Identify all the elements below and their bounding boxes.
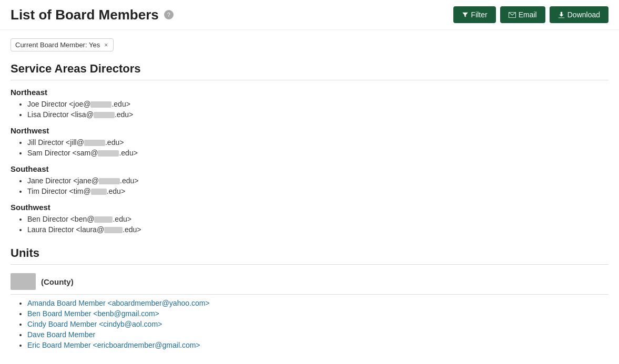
header-left: List of Board Members ? (11, 7, 174, 23)
member-link[interactable]: Cindy Board Member <cindyb@aol.com> (27, 320, 162, 328)
header-actions: Filter Email Download (453, 6, 608, 23)
subsection-northwest: Northwest Jill Director <jill@.edu> Sam … (11, 126, 608, 157)
member-name: Lisa Director <lisa@ (27, 110, 94, 119)
list-item: Dave Board Member (27, 330, 608, 339)
download-button[interactable]: Download (550, 6, 608, 23)
southwest-member-list: Ben Director <ben@.edu> Laura Director <… (11, 215, 608, 234)
unit-thumbnail (11, 273, 36, 290)
list-item: Jane Director <jane@.edu> (27, 176, 608, 185)
service-areas-section: Service Areas Directors Northeast Joe Di… (11, 62, 608, 234)
list-item: Laura Director <laura@.edu> (27, 225, 608, 234)
member-email-suffix: .edu> (113, 215, 131, 223)
redacted-domain (91, 189, 107, 195)
member-link[interactable]: Amanda Board Member <aboardmember@yahoo.… (27, 299, 210, 307)
list-item: Ben Board Member <benb@gmail.com> (27, 309, 608, 318)
member-name: Ben Director <ben@ (27, 215, 94, 223)
unit-header: (County) (11, 269, 608, 295)
member-link[interactable]: Ben Board Member <benb@gmail.com> (27, 309, 159, 318)
redacted-domain (98, 150, 119, 157)
redacted-domain (94, 216, 113, 223)
redacted-domain (104, 227, 123, 233)
member-name: Jill Director <jill@ (27, 138, 84, 147)
email-button[interactable]: Email (500, 6, 545, 23)
unit-name: (County) (41, 277, 74, 286)
member-name: Joe Director <joe@ (27, 100, 90, 108)
units-title: Units (11, 246, 608, 265)
member-name: Tim Director <tim@ (27, 187, 91, 195)
redacted-domain (90, 101, 111, 108)
list-item: Joe Director <joe@.edu> (27, 100, 608, 108)
filter-tag-label: Current Board Member: Yes (15, 41, 100, 49)
county-member-list: Amanda Board Member <aboardmember@yahoo.… (11, 299, 608, 349)
list-item: Amanda Board Member <aboardmember@yahoo.… (27, 299, 608, 307)
subsection-southwest: Southwest Ben Director <ben@.edu> Laura … (11, 203, 608, 234)
page-title: List of Board Members (11, 7, 159, 23)
page-header: List of Board Members ? Filter Email Dow… (0, 0, 619, 30)
filter-bar: Current Board Member: Yes × (11, 38, 608, 51)
list-item: Ben Director <ben@.edu> (27, 215, 608, 223)
subsection-northeast: Northeast Joe Director <joe@.edu> Lisa D… (11, 88, 608, 119)
member-email-suffix: .edu> (119, 149, 137, 157)
member-email-suffix: .edu> (115, 110, 133, 119)
subsection-title-northwest: Northwest (11, 126, 608, 135)
northwest-member-list: Jill Director <jill@.edu> Sam Director <… (11, 138, 608, 157)
member-name: Laura Director <laura@ (27, 225, 104, 234)
list-item: Eric Board Member <ericboardmember@gmail… (27, 341, 608, 349)
member-email-suffix: .edu> (111, 100, 130, 108)
member-link[interactable]: Eric Board Member <ericboardmember@gmail… (27, 341, 200, 349)
member-email-suffix: .edu> (120, 176, 138, 185)
subsection-title-northeast: Northeast (11, 88, 608, 97)
member-link[interactable]: Dave Board Member (27, 330, 95, 339)
list-item: Tim Director <tim@.edu> (27, 187, 608, 195)
redacted-domain (94, 112, 115, 118)
list-item: Lisa Director <lisa@.edu> (27, 110, 608, 119)
main-content: Current Board Member: Yes × Service Area… (0, 30, 619, 364)
service-areas-title: Service Areas Directors (11, 62, 608, 80)
southeast-member-list: Jane Director <jane@.edu> Tim Director <… (11, 176, 608, 195)
member-name: Jane Director <jane@ (27, 176, 99, 185)
redacted-domain (99, 178, 120, 184)
email-icon (509, 12, 516, 18)
download-icon (558, 12, 565, 18)
filter-button[interactable]: Filter (453, 6, 496, 23)
member-email-suffix: .edu> (107, 187, 125, 195)
redacted-domain (84, 140, 105, 146)
member-email-suffix: .edu> (123, 225, 141, 234)
member-name: Sam Director <sam@ (27, 149, 98, 157)
help-icon[interactable]: ? (164, 10, 174, 19)
filter-icon (462, 12, 469, 18)
unit-county: (County) Amanda Board Member <aboardmemb… (11, 269, 608, 349)
subsection-southeast: Southeast Jane Director <jane@.edu> Tim … (11, 164, 608, 195)
member-email-suffix: .edu> (105, 138, 124, 147)
subsection-title-southwest: Southwest (11, 203, 608, 212)
list-item: Cindy Board Member <cindyb@aol.com> (27, 320, 608, 328)
northeast-member-list: Joe Director <joe@.edu> Lisa Director <l… (11, 100, 608, 119)
filter-tag: Current Board Member: Yes × (11, 38, 114, 51)
units-section: Units (County) Amanda Board Member <aboa… (11, 246, 608, 349)
subsection-title-southeast: Southeast (11, 164, 608, 173)
list-item: Sam Director <sam@.edu> (27, 149, 608, 157)
filter-tag-close-button[interactable]: × (103, 41, 109, 49)
list-item: Jill Director <jill@.edu> (27, 138, 608, 147)
